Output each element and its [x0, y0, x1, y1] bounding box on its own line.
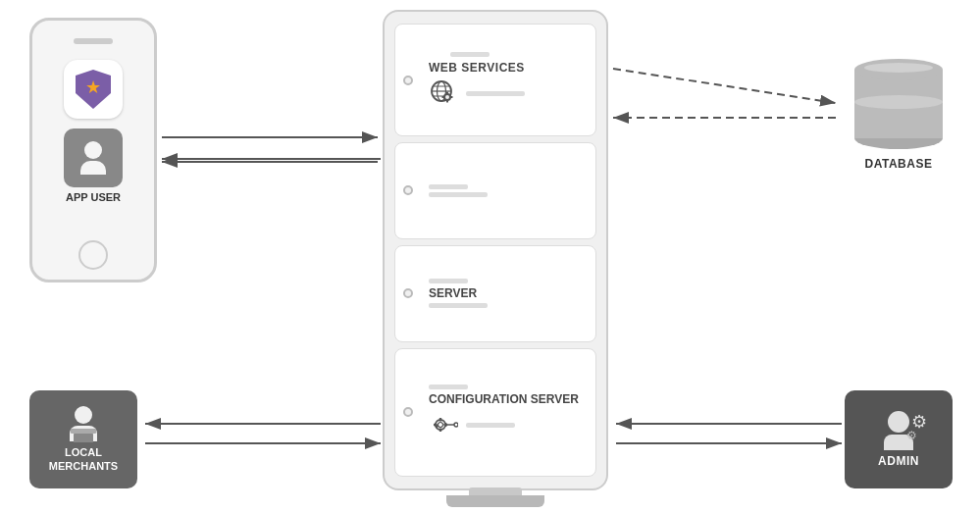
phone-home-button	[78, 240, 108, 270]
server-to-db-arrow	[613, 69, 836, 103]
local-merchants-label: LOCALMERCHANTS	[49, 445, 118, 474]
rack-base	[446, 495, 544, 507]
unit-dot	[403, 185, 413, 195]
merchant-figure	[70, 406, 97, 441]
db-mid-line	[854, 95, 943, 109]
svg-rect-13	[439, 418, 441, 422]
admin-box: ⚙ ⚙ ADMIN	[845, 390, 953, 488]
database-label: DATABASE	[865, 157, 933, 171]
admin-figure: ⚙ ⚙	[884, 411, 913, 450]
db-highlight	[864, 63, 933, 73]
svg-rect-8	[446, 100, 448, 103]
user-body	[80, 161, 106, 175]
architecture-diagram: ★ APP USER WEB SERVICES	[0, 0, 980, 513]
gear-small-icon: ⚙	[906, 429, 917, 442]
database: DATABASE	[845, 59, 953, 171]
shield-icon: ★	[76, 70, 111, 109]
bar	[429, 192, 488, 197]
bar	[429, 385, 468, 389]
user-icon-box	[64, 128, 123, 187]
unit-dot	[403, 407, 413, 417]
svg-point-12	[438, 423, 443, 428]
phone-notch	[74, 38, 113, 44]
bar	[429, 279, 468, 283]
app-user-label: APP USER	[66, 191, 121, 203]
bar	[429, 184, 468, 189]
merchant-body	[70, 426, 97, 441]
bar2	[466, 91, 525, 96]
globe-icon	[429, 78, 458, 108]
svg-point-6	[445, 95, 449, 99]
local-merchants-box: LOCALMERCHANTS	[29, 390, 137, 488]
unit-dot	[403, 76, 413, 85]
phone: ★ APP USER	[29, 18, 157, 282]
svg-point-22	[454, 423, 458, 427]
unit-bars	[450, 52, 586, 57]
config-server-unit: CONFIGURATION SERVER	[394, 348, 596, 477]
bar	[429, 303, 488, 308]
admin-label: ADMIN	[878, 454, 919, 468]
svg-rect-14	[439, 429, 441, 433]
merchant-store	[74, 433, 93, 442]
db-top	[854, 59, 943, 80]
unit-dot	[403, 288, 413, 298]
web-services-unit: WEB SERVICES	[394, 24, 596, 136]
svg-rect-10	[442, 96, 445, 98]
svg-rect-9	[450, 96, 453, 98]
db-shape	[854, 59, 943, 149]
merchant-head	[75, 406, 92, 424]
server-unit: SERVER	[394, 245, 596, 342]
middle-unit	[394, 142, 596, 239]
config-server-label: CONFIGURATION SERVER	[429, 392, 586, 406]
app-icon-box: ★	[64, 60, 123, 119]
svg-rect-7	[446, 92, 448, 95]
config-icon	[429, 410, 458, 439]
bar	[450, 52, 490, 57]
store-awning	[71, 429, 96, 434]
unit-title: WEB SERVICES	[429, 61, 525, 75]
star-icon: ★	[85, 78, 101, 96]
server-label: SERVER	[429, 286, 586, 300]
bar	[466, 423, 515, 428]
user-head	[84, 141, 102, 159]
server-rack: WEB SERVICES	[383, 10, 608, 490]
